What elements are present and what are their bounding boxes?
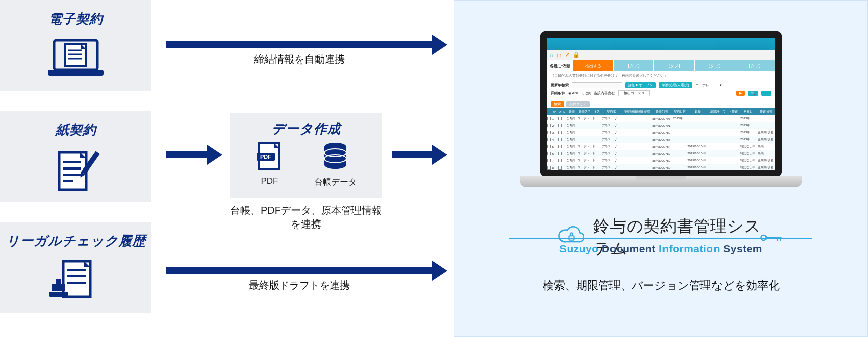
paper-pen-icon bbox=[48, 148, 104, 194]
laptop-doc-icon bbox=[48, 37, 104, 83]
mock-search-btn: 検索 bbox=[551, 101, 564, 107]
chevron-down-icon: ▾ bbox=[720, 83, 722, 87]
helper-text: （目録的みの書類分類に対する処理分け：※検内容を選択してください） bbox=[547, 71, 775, 80]
result-caption: 検索、期限管理、バージョン管理などを効率化 bbox=[543, 278, 780, 293]
hint-text: 当該内容含む bbox=[594, 91, 615, 96]
source-card-paper: 紙契約 bbox=[0, 111, 151, 202]
app-titlebar bbox=[547, 38, 775, 50]
mock-btn-go: ▶ bbox=[736, 91, 745, 96]
radio-and: ◉ AND bbox=[568, 91, 579, 95]
source-card-legal: リーガルチェック履歴 bbox=[0, 222, 151, 313]
mock-btn-search: 🔍 bbox=[748, 91, 758, 96]
home-icon: ⌂ bbox=[550, 52, 553, 58]
result-panel: ⌂ ↕↕ ↗ 🔒 各種ご依頼 検出する 【タブ】 【タブ】 【タブ】 【タブ】 … bbox=[454, 0, 868, 337]
data-creation-title: データ作成 bbox=[230, 113, 382, 138]
detail-label: 詳細条件 bbox=[551, 91, 565, 96]
mock-tab: 【タブ】 bbox=[613, 60, 653, 71]
svg-rect-1 bbox=[48, 70, 104, 76]
source-title: リーガルチェック履歴 bbox=[0, 222, 151, 250]
pill-corp: コーポレー… bbox=[695, 83, 717, 88]
pill-detail-open: 詳細▶オープン bbox=[625, 82, 656, 88]
svg-rect-20 bbox=[52, 284, 65, 291]
mock-search-input bbox=[572, 82, 622, 88]
svg-rect-22 bbox=[49, 292, 68, 297]
lock-icon: 🔒 bbox=[573, 51, 580, 58]
laptop-base bbox=[520, 176, 802, 187]
share-icon: ↗ bbox=[565, 51, 570, 58]
mock-btn-etc: ⋯ bbox=[761, 91, 771, 96]
doc-stamp-icon bbox=[48, 259, 104, 305]
app-toolbar: ⌂ ↕↕ ↗ 🔒 bbox=[547, 50, 775, 60]
pdf-file-icon: PDF bbox=[256, 142, 284, 174]
arrow-paper-in bbox=[166, 151, 208, 158]
action-row: 検索 条件クリア bbox=[547, 100, 775, 108]
pill-request: 製作処理(未選択) bbox=[659, 82, 692, 88]
database-icon bbox=[321, 142, 349, 174]
mock-tab: 【タブ】 bbox=[735, 60, 775, 71]
pdf-label: PDF bbox=[261, 176, 278, 186]
ledger-label: 台帳データ bbox=[314, 176, 357, 188]
arrow-econtract: 締結情報を自動連携 bbox=[166, 41, 433, 48]
product-underline bbox=[509, 238, 812, 239]
laptop-mock: ⌂ ↕↕ ↗ 🔒 各種ご依頼 検出する 【タブ】 【タブ】 【タブ】 【タブ】 … bbox=[520, 31, 802, 197]
source-title: 電子契約 bbox=[0, 0, 151, 28]
arrows-icon: ↕↕ bbox=[556, 52, 562, 58]
pdf-badge: PDF bbox=[260, 154, 271, 160]
mock-clear-btn: 条件クリア bbox=[566, 101, 590, 107]
source-column: 電子契約 紙契約 bbox=[0, 0, 151, 333]
data-creation-caption: 台帳、PDFデータ、原本管理情報を連携 bbox=[230, 204, 382, 231]
arrow-label: 締結情報を自動連携 bbox=[166, 52, 433, 66]
arrow-paper-out bbox=[392, 151, 433, 158]
radio-or: ○ OR bbox=[582, 92, 591, 95]
source-title: 紙契約 bbox=[0, 111, 151, 139]
svg-rect-21 bbox=[56, 279, 61, 285]
tabs-row: 各種ご依頼 検出する 【タブ】 【タブ】 【タブ】 【タブ】 bbox=[547, 60, 775, 71]
arrow-label: 最終版ドラフトを連携 bbox=[166, 278, 433, 292]
tabs-leading-label: 各種ご依頼 bbox=[547, 63, 573, 69]
search-field-label: 更新年検索 bbox=[551, 83, 569, 88]
data-creation-box: データ作成 PDF PDF 台帳データ bbox=[230, 113, 382, 198]
mock-tab: 【タブ】 bbox=[653, 60, 694, 71]
arrow-legal: 最終版ドラフトを連携 bbox=[166, 267, 433, 274]
search-area: 更新年検索 詳細▶オープン 製作処理(未選択) コーポレー… ▾ 詳細条件 ◉ … bbox=[547, 80, 775, 100]
laptop-screen: ⌂ ↕↕ ↗ 🔒 各種ご依頼 検出する 【タブ】 【タブ】 【タブ】 【タブ】 … bbox=[540, 31, 782, 177]
mock-select: 検出コース ▾ bbox=[618, 90, 650, 96]
mock-tab-active: 検出する bbox=[573, 60, 613, 71]
pdf-block: PDF PDF bbox=[256, 142, 284, 188]
mock-table: No.PDF条項条項ステータス契約ID契約組織(組織分類)条項分類契約日付延長承… bbox=[547, 108, 775, 177]
ledger-block: 台帳データ bbox=[314, 142, 357, 188]
product-subtitle: Suzuyo Document Information System bbox=[559, 243, 762, 255]
source-card-econtract: 電子契約 bbox=[0, 0, 151, 91]
mock-tab: 【タブ】 bbox=[694, 60, 735, 71]
